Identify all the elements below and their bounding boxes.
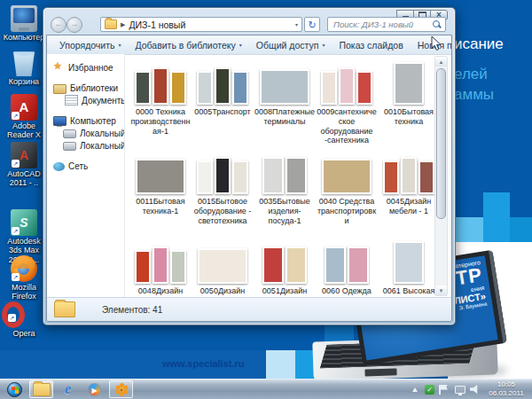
scroll-down-button[interactable] [435, 286, 447, 295]
folder-icon [54, 301, 75, 317]
folder-item[interactable]: 0005Транспорт [192, 60, 254, 150]
sidebar-item[interactable]: Сеть [47, 160, 124, 172]
desktop-icon[interactable]: ↗ Adobe Reader X [0, 94, 48, 140]
action-center-flag-icon[interactable] [439, 385, 450, 395]
folder-item[interactable]: 0040 Средства транспортировки [316, 150, 378, 239]
thumbnail-image [394, 62, 424, 105]
network-tray-icon[interactable] [455, 386, 466, 394]
taskbar-button[interactable] [29, 380, 53, 398]
folder-item[interactable]: 0045Дизайн мебели - 1 [378, 150, 436, 239]
desktop-icon-label: Корзина [0, 77, 48, 86]
desktop-icon-label: Opera [0, 329, 48, 338]
folder-item[interactable]: 0051Дизайн игрушек-1 [254, 239, 316, 298]
toolbar-button[interactable]: Добавить в библиотеку [129, 38, 249, 52]
thumbnail-image [232, 71, 248, 105]
hidden-icons-arrow-icon[interactable] [411, 385, 420, 395]
desktop-icon[interactable]: ↗ Компьютер [0, 5, 48, 42]
toolbar-button-label: Упорядочить [59, 40, 114, 51]
toolbar-button[interactable]: Показ слайдов [332, 38, 410, 52]
thumbnail-image [197, 71, 213, 105]
wallpaper-square [266, 350, 295, 379]
folder-thumbnail [129, 239, 192, 284]
taskbar-clock[interactable]: 10:05 06.03.2011 [484, 380, 528, 398]
folder-item[interactable]: 0060 Одежда [316, 239, 378, 298]
folder-item[interactable]: 0061 Высокая мода [378, 239, 436, 298]
thumbnail-image [170, 250, 186, 284]
address-dropdown-icon[interactable] [295, 21, 298, 27]
desktop-icon[interactable]: ↗ AutoCAD 2011 - .. [0, 142, 48, 188]
folder-item[interactable]: 0050Дизайн игрушек [192, 239, 254, 298]
scroll-up-button[interactable] [435, 57, 447, 66]
toolbar-button[interactable]: Упорядочить [52, 38, 129, 52]
wallpaper-url-text: www.specialist.ru [162, 358, 245, 369]
laptop-touchpad [364, 368, 396, 376]
wallpaper-square [510, 217, 532, 242]
folder-item[interactable]: 0000 Техника производственная-1 [129, 60, 192, 150]
desktop-icon[interactable]: ↗ Корзина [0, 50, 48, 86]
folder-thumbnail [316, 60, 378, 105]
forward-button[interactable]: → [66, 17, 82, 33]
navigation-bar: ← → ▶ ДИЗ-1 новый [43, 16, 455, 34]
thumbnail-image [136, 159, 185, 194]
vertical-scrollbar[interactable] [434, 56, 448, 296]
file-list: 0000 Техника производственная-1 0005Тран… [126, 54, 436, 298]
thumbnail-image [262, 157, 284, 194]
folder-thumbnail [316, 150, 378, 194]
desktop-icon[interactable]: ↗ Mozilla Firefox [0, 255, 48, 301]
search-icon [433, 20, 442, 29]
taskbar-button[interactable] [109, 380, 133, 398]
sidebar-item[interactable]: Библиотеки [47, 82, 124, 94]
sidebar-item-label: Компьютер [70, 116, 116, 126]
sidebar-item[interactable]: Документы [47, 94, 124, 106]
antivirus-icon[interactable] [425, 385, 434, 395]
thumbnail-image [197, 160, 213, 194]
back-button[interactable]: ← [51, 17, 66, 33]
thumbnail-image [325, 246, 346, 284]
folder-item[interactable]: 0048Дизайн отделочных материалов [129, 239, 192, 298]
folder-thumbnail [129, 150, 192, 194]
thumbnail-image [321, 71, 337, 105]
sidebar-item[interactable]: Избранное [47, 61, 124, 74]
toolbar-button[interactable]: Общий доступ [249, 38, 332, 52]
computer-small-icon [53, 116, 66, 126]
thumbnail-image [215, 67, 231, 105]
folder-item[interactable]: 0015Бытовое оборудование - светотехника [192, 150, 254, 239]
opera-icon: ↗ [2, 301, 25, 328]
explorer-taskbar-icon [33, 383, 51, 396]
thumbnail-image [286, 246, 307, 284]
address-bar[interactable]: ▶ ДИЗ-1 новый [100, 17, 302, 32]
shortcut-arrow-icon: ↗ [12, 160, 20, 168]
folder-item[interactable]: 0011Бытовая техника-1 [129, 150, 192, 239]
desktop-icon[interactable]: ↗ Opera [0, 301, 48, 338]
folder-item[interactable]: 0035Бытовые изделия-посуда-1 [254, 150, 316, 239]
taskbar-button[interactable] [82, 380, 106, 398]
adobe-reader-icon: ↗ [11, 94, 37, 121]
search-input[interactable] [332, 19, 433, 30]
breadcrumb-arrow-icon: ▶ [121, 21, 125, 28]
search-box[interactable] [327, 17, 446, 32]
folder-item[interactable]: 0009сантехническое оборудование -сантехн… [316, 60, 378, 150]
folder-item-label: 0010Бытовая техника [378, 107, 436, 127]
folder-item[interactable]: 0010Бытовая техника [378, 60, 436, 150]
thumbnail-image [260, 69, 309, 105]
disk-icon [63, 129, 76, 138]
document-icon [65, 95, 78, 106]
folder-item-label: 0008Платежные терминалы [254, 107, 316, 127]
status-bar: Элементов: 41 [47, 297, 451, 321]
wallpaper-square [483, 217, 510, 242]
volume-icon[interactable] [470, 385, 480, 395]
refresh-button[interactable] [304, 17, 320, 32]
wallpaper-square [454, 217, 483, 242]
folder-item-label: 0040 Средства транспортировки [316, 197, 378, 225]
sidebar-item[interactable]: Локальный диск (D [47, 139, 124, 152]
sidebar-item[interactable]: Локальный диск (C [47, 127, 124, 139]
taskbar-button[interactable] [3, 380, 27, 398]
desktop-icon-list: ↗ Компьютер ↗ Корзина ↗ Adobe Reader X [0, 0, 48, 372]
autocad-icon: ↗ [11, 142, 37, 168]
clock-date: 06.03.2011 [484, 389, 528, 398]
scrollbar-thumb[interactable] [436, 68, 446, 219]
folder-item[interactable]: 0008Платежные терминалы [254, 60, 316, 150]
sidebar-item[interactable]: Компьютер [47, 114, 124, 127]
disk-icon [63, 142, 76, 151]
taskbar-button[interactable] [56, 380, 80, 398]
